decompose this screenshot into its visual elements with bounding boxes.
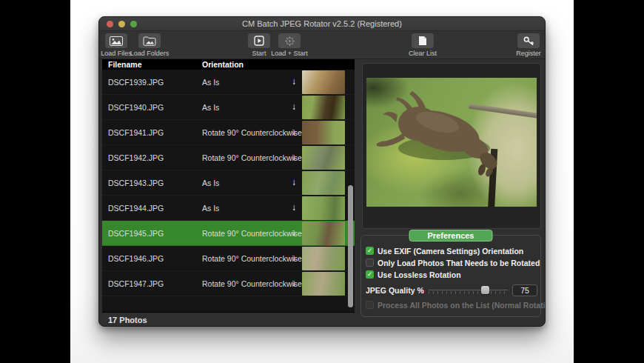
table-row[interactable]: DSCF1940.JPG As Is ↓ [102, 95, 355, 120]
down-arrow-icon[interactable]: ↓ [292, 278, 296, 288]
preferences-panel: Preferences ✓ Use EXIF (Camera Settings)… [360, 235, 541, 317]
option-label: Use EXIF (Camera Settings) Orientation [378, 247, 523, 256]
down-arrow-icon[interactable]: ↓ [292, 177, 296, 187]
register-button[interactable]: Register [502, 33, 546, 57]
table-row[interactable]: DSCF1943.JPG As Is ↓ [102, 170, 355, 196]
close-button[interactable] [107, 21, 113, 27]
option-only-load-rotated[interactable]: Only Load Photos That Needs to be Rotate… [366, 257, 537, 268]
list-header: Filename Orientation [102, 59, 355, 70]
load-and-start-label: Load + Start [271, 50, 307, 57]
checkbox-checked-icon[interactable]: ✓ [366, 247, 374, 255]
row-filename: DSCF1945.JPG [108, 229, 164, 238]
clear-list-label: Clear List [409, 50, 437, 57]
row-thumbnail [302, 222, 345, 245]
option-use-exif[interactable]: ✓ Use EXIF (Camera Settings) Orientation [366, 245, 537, 256]
down-arrow-icon[interactable]: ↓ [292, 152, 296, 162]
toolbar: Load Files Load Folders Start Load + Sta… [99, 31, 545, 59]
clear-list-button[interactable]: Clear List [396, 33, 449, 57]
row-thumbnail [302, 196, 345, 220]
key-icon [517, 33, 540, 48]
slider-track [429, 290, 508, 290]
side-panel: Preferences ✓ Use EXIF (Camera Settings)… [360, 59, 543, 327]
option-lossless-rotation[interactable]: ✓ Use Lossless Rotation [366, 269, 537, 280]
row-orientation: As Is [202, 179, 219, 187]
row-thumbnail [302, 96, 345, 119]
row-thumbnail [302, 70, 345, 94]
down-arrow-icon[interactable]: ↓ [292, 202, 296, 213]
jpeg-quality-slider[interactable] [429, 285, 508, 296]
slider-thumb[interactable] [481, 286, 489, 294]
option-label: Process All Photos on the List (Normal R… [378, 301, 546, 310]
down-arrow-icon[interactable]: ↓ [292, 253, 296, 263]
slider-ticks [429, 291, 508, 294]
down-arrow-icon[interactable]: ↓ [292, 127, 296, 137]
register-label: Register [516, 50, 541, 57]
down-arrow-icon[interactable]: ↓ [292, 76, 296, 87]
row-orientation: Rotate 90° Counterclockwise [202, 153, 302, 162]
option-process-all: Process All Photos on the List (Normal R… [366, 299, 537, 310]
table-row-selected[interactable]: DSCF1945.JPG Rotate 90° Counterclockwise… [102, 221, 355, 246]
checkbox-unchecked-icon[interactable] [366, 259, 374, 267]
row-filename: DSCF1947.JPG [108, 279, 164, 288]
table-row[interactable]: DSCF1939.JPG As Is ↓ [102, 70, 355, 95]
checkbox-checked-icon[interactable]: ✓ [366, 270, 374, 279]
jpeg-quality-row: JPEG Quality % 75 [366, 284, 537, 296]
app-window: CM Batch JPEG Rotator v2.5.2 (Registered… [98, 16, 546, 327]
minimize-button[interactable] [118, 21, 125, 27]
document-icon [412, 33, 434, 48]
down-arrow-icon[interactable]: ↓ [292, 227, 296, 238]
row-orientation: As Is [202, 103, 219, 112]
table-row[interactable]: DSCF1942.JPG Rotate 90° Counterclockwise… [102, 145, 355, 170]
option-label: Use Lossless Rotation [378, 270, 461, 279]
row-filename: DSCF1939.JPG [108, 78, 164, 87]
row-filename: DSCF1943.JPG [108, 179, 164, 187]
table-row[interactable]: DSCF1947.JPG Rotate 90° Counterclockwise… [102, 271, 355, 296]
load-folders-button[interactable]: Load Folders [123, 33, 176, 57]
folder-photo-icon [138, 33, 161, 48]
column-header-orientation[interactable]: Orientation [202, 60, 244, 69]
down-arrow-icon[interactable]: ↓ [292, 101, 296, 112]
preferences-options: ✓ Use EXIF (Camera Settings) Orientation… [366, 245, 537, 311]
row-filename: DSCF1940.JPG [108, 103, 164, 112]
jpeg-quality-value[interactable]: 75 [512, 284, 537, 296]
row-thumbnail [302, 171, 345, 195]
photo-count: 17 Photos [102, 313, 355, 324]
table-row[interactable]: DSCF1946.JPG Rotate 90° Counterclockwise… [102, 246, 355, 271]
table-row[interactable]: DSCF1944.JPG As Is ↓ [102, 196, 355, 221]
kangaroo-image [366, 78, 537, 207]
status-bar: 17 Photos [102, 312, 355, 327]
titlebar[interactable]: CM Batch JPEG Rotator v2.5.2 (Registered… [99, 17, 545, 31]
preview-photo [366, 78, 537, 207]
row-orientation: As Is [202, 204, 219, 213]
table-row[interactable]: DSCF1941.JPG Rotate 90° Counterclockwise… [102, 120, 355, 145]
option-label: Only Load Photos That Needs to be Rotate… [378, 259, 540, 267]
gear-play-icon [278, 33, 301, 48]
page-background: CM Batch JPEG Rotator v2.5.2 (Registered… [70, 0, 574, 363]
row-thumbnail [302, 272, 345, 296]
column-header-filename[interactable]: Filename [108, 60, 142, 69]
row-orientation: Rotate 90° Counterclockwise [202, 128, 302, 137]
row-filename: DSCF1944.JPG [108, 204, 164, 213]
row-orientation: Rotate 90° Counterclockwise [202, 279, 302, 288]
row-thumbnail [302, 247, 345, 270]
row-filename: DSCF1942.JPG [108, 153, 164, 162]
preferences-title: Preferences [409, 230, 493, 242]
row-thumbnail [302, 146, 345, 170]
preview-box [362, 63, 541, 229]
load-and-start-button[interactable]: Load + Start [263, 33, 316, 57]
row-orientation: As Is [202, 78, 219, 87]
traffic-lights [107, 21, 137, 27]
list-scrollbar[interactable] [348, 185, 353, 307]
file-list: Filename Orientation DSCF1939.JPG As Is … [102, 59, 355, 312]
checkbox-disabled-icon [366, 301, 374, 309]
row-filename: DSCF1946.JPG [108, 254, 164, 263]
window-title: CM Batch JPEG Rotator v2.5.2 (Registered… [99, 17, 545, 31]
row-orientation: Rotate 90° Counterclockwise [202, 229, 302, 238]
row-thumbnail [302, 121, 345, 144]
zoom-button[interactable] [130, 21, 137, 27]
jpeg-quality-label: JPEG Quality % [366, 286, 424, 295]
row-orientation: Rotate 90° Counterclockwise [202, 254, 302, 263]
row-filename: DSCF1941.JPG [108, 128, 164, 137]
load-folders-label: Load Folders [130, 50, 170, 57]
